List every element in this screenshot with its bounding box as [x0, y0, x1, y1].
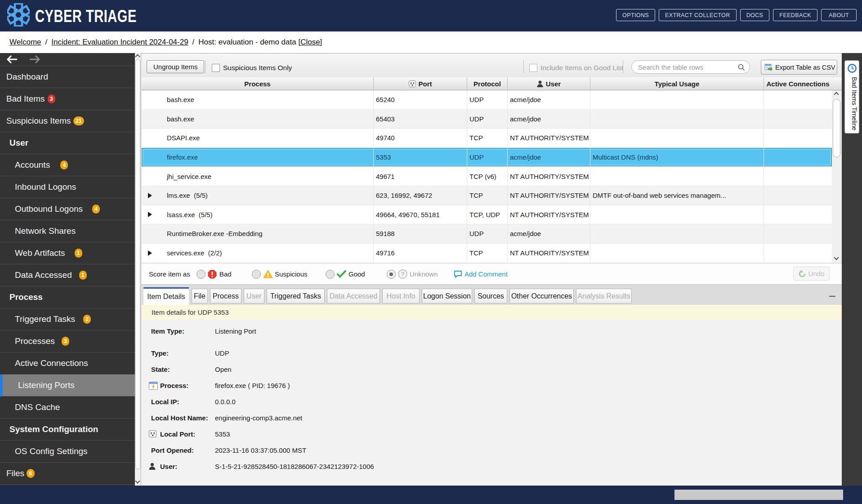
- svg-text:?: ?: [401, 271, 404, 277]
